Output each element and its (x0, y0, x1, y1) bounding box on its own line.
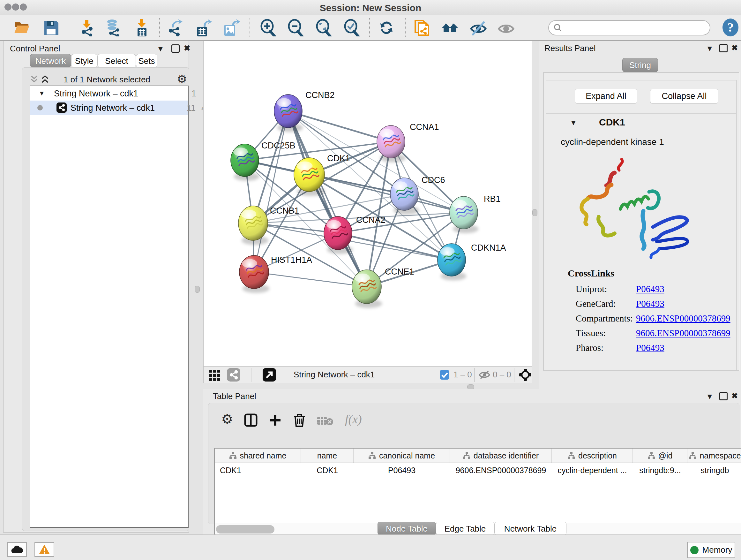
collapse-panel-icon[interactable]: ▼ (706, 45, 714, 52)
node-label-CDKN1A: CDKN1A (471, 243, 506, 253)
selected-checkbox-icon[interactable] (440, 370, 449, 380)
network-collection-row[interactable]: ▼ String Network – cdk1 1 (30, 86, 188, 101)
add-column-icon[interactable] (268, 414, 282, 427)
tab-sets[interactable]: Sets (136, 54, 157, 67)
toolbar-separator (250, 18, 250, 37)
show-panels-icon[interactable] (497, 19, 515, 37)
warnings-button[interactable] (35, 542, 54, 557)
crosslink-label: Uniprot: (576, 284, 607, 294)
crosslink-compartments-link[interactable]: 9606.ENSP00000378699 (636, 313, 731, 324)
cloud-status-button[interactable] (7, 542, 27, 557)
network-node-CCNA1[interactable]: CCNA1 (377, 122, 439, 162)
table-options-gear-icon[interactable]: ⚙ (221, 414, 233, 425)
open-in-new-icon[interactable] (263, 368, 276, 381)
crosslink-label: Compartments: (576, 313, 633, 324)
column-header: canonical name (354, 449, 450, 462)
column-header: @id (633, 449, 687, 462)
collapse-panel-icon[interactable]: ▼ (157, 45, 164, 53)
tab-string[interactable]: String (622, 58, 658, 72)
collapse-all-button[interactable]: Collapse All (650, 89, 718, 104)
node-label-CCNE1: CCNE1 (385, 267, 414, 276)
open-session-icon[interactable] (13, 19, 30, 37)
tab-network-table[interactable]: Network Table (494, 522, 566, 535)
float-panel-icon[interactable] (719, 44, 728, 52)
float-panel-icon[interactable] (719, 392, 728, 400)
help-button[interactable]: ? (722, 18, 739, 37)
close-panel-icon[interactable]: ✖ (731, 392, 738, 400)
tab-select[interactable]: Select (97, 54, 136, 67)
zoom-out-icon[interactable] (287, 19, 304, 37)
crosslink-genecard-link[interactable]: P06493 (636, 299, 664, 309)
search-box (548, 20, 711, 36)
edge-CCNB2-HIST1H1A[interactable] (254, 111, 288, 272)
save-session-icon[interactable] (43, 19, 60, 37)
collapse-all-icon[interactable] (29, 75, 39, 84)
node-label-CDC25B: CDC25B (261, 141, 295, 150)
tab-edge-table[interactable]: Edge Table (436, 522, 494, 535)
control-panel: Control Panel ▼ ✖ Network Style Select S… (3, 41, 189, 533)
zoom-fit-icon[interactable] (315, 19, 332, 37)
node-label-CCNA2: CCNA2 (356, 215, 386, 225)
refresh-icon[interactable] (378, 19, 395, 37)
tab-style[interactable]: Style (71, 54, 97, 67)
cloud-icon (11, 545, 23, 554)
node-label-RB1: RB1 (484, 194, 501, 204)
network-row-selected[interactable]: String Network – cdk1 11 48 (30, 101, 188, 115)
network-options-gear-icon[interactable]: ⚙ (177, 73, 187, 85)
node-label-CCNB2: CCNB2 (306, 90, 335, 100)
import-network-icon[interactable] (78, 19, 95, 37)
import-table-icon[interactable] (133, 19, 150, 37)
tab-node-table[interactable]: Node Table (378, 522, 436, 535)
selected-count: 1 – 0 (454, 370, 472, 380)
zoom-in-icon[interactable] (259, 19, 277, 37)
footer-separator (474, 368, 475, 382)
section-collapse-icon[interactable]: ▼ (569, 119, 577, 126)
show-columns-icon[interactable] (244, 414, 258, 427)
crosslink-label: Pharos: (576, 343, 603, 353)
export-image-icon[interactable] (222, 19, 240, 37)
close-panel-icon[interactable]: ✖ (731, 44, 738, 52)
annotation-share-icon[interactable] (413, 19, 430, 37)
export-network-icon[interactable] (166, 19, 184, 37)
network-canvas[interactable]: CCNB2CCNA1CDC25BCDK1CDC6RB1CCNB1CCNA2CDK… (204, 41, 532, 366)
table-header-row: shared name name canonical name database… (215, 449, 741, 463)
crosslink-label: Tissues: (576, 328, 606, 338)
grid-view-icon[interactable] (208, 368, 221, 381)
right-splitter-handle[interactable] (532, 209, 537, 216)
edge-HIST1H1A-CCNE1[interactable] (254, 272, 367, 287)
zoom-selected-icon[interactable] (343, 19, 360, 37)
tree-expand-icon[interactable]: ▼ (39, 89, 45, 97)
network-view-share-icon[interactable] (227, 368, 240, 381)
network-node-RB1[interactable]: RB1 (450, 194, 501, 233)
search-icon (553, 23, 562, 32)
collapse-panel-icon[interactable]: ▼ (706, 393, 714, 400)
network-node-CCNE1[interactable]: CCNE1 (352, 267, 414, 308)
memory-button[interactable]: Memory (687, 542, 735, 558)
scrollbar-thumb[interactable] (216, 525, 274, 534)
network-node-CDKN1A[interactable]: CDKN1A (437, 243, 506, 280)
delete-table-icon (317, 416, 333, 426)
table-row[interactable]: CDK1 CDK1 P06493 9606.ENSP00000378699 cy… (215, 463, 741, 477)
shared-column-icon (368, 452, 376, 459)
expand-all-button[interactable]: Expand All (575, 89, 637, 104)
network-node-CDK1[interactable]: CDK1 (294, 153, 350, 196)
import-database-icon[interactable] (105, 19, 122, 37)
crosslink-uniprot-link[interactable]: P06493 (636, 284, 664, 294)
delete-column-icon[interactable] (293, 413, 306, 427)
float-panel-icon[interactable] (172, 44, 180, 53)
search-input[interactable] (564, 21, 706, 34)
birdseye-navigator-icon[interactable] (519, 368, 532, 381)
network-node-HIST1H1A[interactable]: HIST1H1A (239, 255, 312, 293)
expand-all-icon[interactable] (40, 75, 50, 84)
tab-network[interactable]: Network (30, 54, 71, 67)
network-node-CDC6[interactable]: CDC6 (390, 175, 445, 214)
left-splitter-handle[interactable] (195, 286, 200, 293)
crosslink-pharos-link[interactable]: P06493 (636, 343, 664, 353)
edge-CCNB2-CCNA1[interactable] (288, 111, 391, 142)
toolbar-separator (369, 18, 370, 37)
export-table-icon[interactable] (195, 19, 212, 37)
home-networks-icon[interactable] (442, 19, 459, 37)
close-panel-icon[interactable]: ✖ (184, 44, 190, 52)
crosslink-tissues-link[interactable]: 9606.ENSP00000378699 (636, 328, 731, 338)
hide-panels-icon[interactable] (470, 19, 487, 37)
